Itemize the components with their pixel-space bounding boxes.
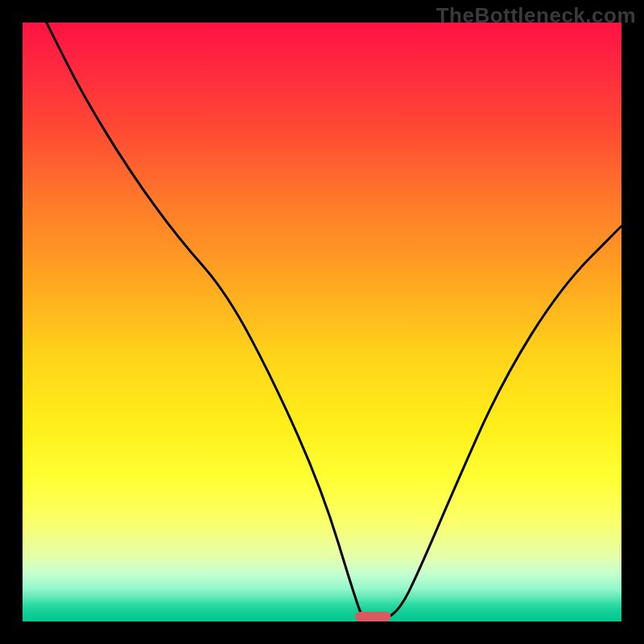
chart-svg	[23, 23, 621, 621]
chart-frame: TheBottleneck.com	[0, 0, 644, 644]
optimal-marker	[355, 612, 391, 621]
plot-area	[23, 23, 621, 621]
watermark-text: TheBottleneck.com	[436, 3, 636, 28]
bottleneck-curve	[47, 23, 621, 621]
